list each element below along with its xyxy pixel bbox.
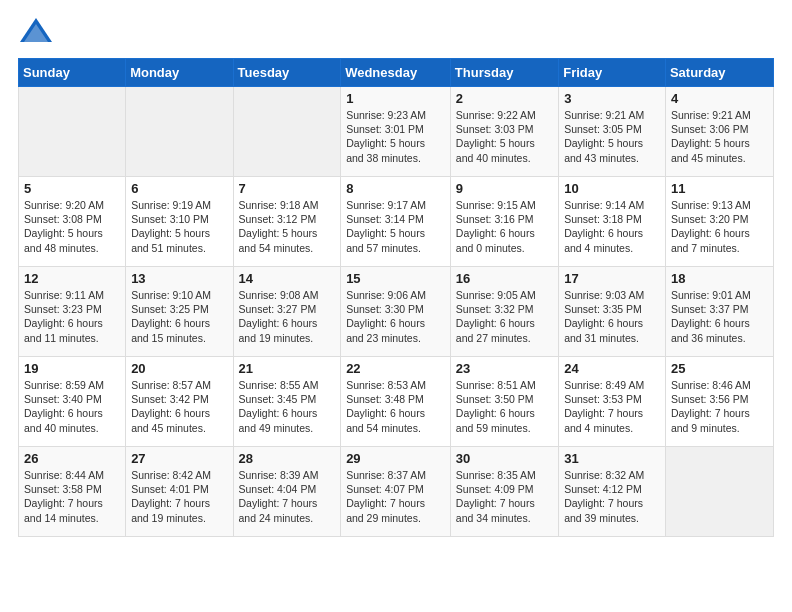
calendar-body: 1Sunrise: 9:23 AM Sunset: 3:01 PM Daylig… bbox=[19, 87, 774, 537]
calendar: SundayMondayTuesdayWednesdayThursdayFrid… bbox=[18, 58, 774, 537]
calendar-cell: 10Sunrise: 9:14 AM Sunset: 3:18 PM Dayli… bbox=[559, 177, 666, 267]
day-number: 10 bbox=[564, 181, 660, 196]
day-number: 21 bbox=[239, 361, 336, 376]
calendar-cell: 12Sunrise: 9:11 AM Sunset: 3:23 PM Dayli… bbox=[19, 267, 126, 357]
day-info: Sunrise: 9:08 AM Sunset: 3:27 PM Dayligh… bbox=[239, 288, 336, 345]
day-info: Sunrise: 8:51 AM Sunset: 3:50 PM Dayligh… bbox=[456, 378, 553, 435]
calendar-cell: 15Sunrise: 9:06 AM Sunset: 3:30 PM Dayli… bbox=[341, 267, 451, 357]
day-info: Sunrise: 9:11 AM Sunset: 3:23 PM Dayligh… bbox=[24, 288, 120, 345]
day-number: 15 bbox=[346, 271, 445, 286]
calendar-cell bbox=[233, 87, 341, 177]
calendar-week-3: 19Sunrise: 8:59 AM Sunset: 3:40 PM Dayli… bbox=[19, 357, 774, 447]
weekday-header-tuesday: Tuesday bbox=[233, 59, 341, 87]
day-number: 6 bbox=[131, 181, 227, 196]
day-number: 19 bbox=[24, 361, 120, 376]
calendar-cell: 22Sunrise: 8:53 AM Sunset: 3:48 PM Dayli… bbox=[341, 357, 451, 447]
day-info: Sunrise: 8:39 AM Sunset: 4:04 PM Dayligh… bbox=[239, 468, 336, 525]
day-number: 22 bbox=[346, 361, 445, 376]
day-info: Sunrise: 9:22 AM Sunset: 3:03 PM Dayligh… bbox=[456, 108, 553, 165]
day-info: Sunrise: 9:06 AM Sunset: 3:30 PM Dayligh… bbox=[346, 288, 445, 345]
calendar-cell: 17Sunrise: 9:03 AM Sunset: 3:35 PM Dayli… bbox=[559, 267, 666, 357]
day-info: Sunrise: 8:49 AM Sunset: 3:53 PM Dayligh… bbox=[564, 378, 660, 435]
day-info: Sunrise: 9:21 AM Sunset: 3:06 PM Dayligh… bbox=[671, 108, 768, 165]
day-info: Sunrise: 9:05 AM Sunset: 3:32 PM Dayligh… bbox=[456, 288, 553, 345]
weekday-header-sunday: Sunday bbox=[19, 59, 126, 87]
day-number: 12 bbox=[24, 271, 120, 286]
day-info: Sunrise: 9:13 AM Sunset: 3:20 PM Dayligh… bbox=[671, 198, 768, 255]
calendar-cell: 13Sunrise: 9:10 AM Sunset: 3:25 PM Dayli… bbox=[126, 267, 233, 357]
day-number: 20 bbox=[131, 361, 227, 376]
day-info: Sunrise: 9:01 AM Sunset: 3:37 PM Dayligh… bbox=[671, 288, 768, 345]
weekday-row: SundayMondayTuesdayWednesdayThursdayFrid… bbox=[19, 59, 774, 87]
calendar-week-0: 1Sunrise: 9:23 AM Sunset: 3:01 PM Daylig… bbox=[19, 87, 774, 177]
day-number: 18 bbox=[671, 271, 768, 286]
day-info: Sunrise: 8:57 AM Sunset: 3:42 PM Dayligh… bbox=[131, 378, 227, 435]
day-info: Sunrise: 8:32 AM Sunset: 4:12 PM Dayligh… bbox=[564, 468, 660, 525]
day-info: Sunrise: 9:10 AM Sunset: 3:25 PM Dayligh… bbox=[131, 288, 227, 345]
header bbox=[18, 10, 774, 50]
calendar-cell: 3Sunrise: 9:21 AM Sunset: 3:05 PM Daylig… bbox=[559, 87, 666, 177]
page: SundayMondayTuesdayWednesdayThursdayFrid… bbox=[0, 0, 792, 612]
calendar-cell bbox=[126, 87, 233, 177]
day-info: Sunrise: 8:44 AM Sunset: 3:58 PM Dayligh… bbox=[24, 468, 120, 525]
day-number: 16 bbox=[456, 271, 553, 286]
day-info: Sunrise: 8:42 AM Sunset: 4:01 PM Dayligh… bbox=[131, 468, 227, 525]
day-number: 3 bbox=[564, 91, 660, 106]
calendar-cell: 31Sunrise: 8:32 AM Sunset: 4:12 PM Dayli… bbox=[559, 447, 666, 537]
day-number: 25 bbox=[671, 361, 768, 376]
day-info: Sunrise: 9:21 AM Sunset: 3:05 PM Dayligh… bbox=[564, 108, 660, 165]
day-number: 1 bbox=[346, 91, 445, 106]
calendar-cell: 8Sunrise: 9:17 AM Sunset: 3:14 PM Daylig… bbox=[341, 177, 451, 267]
calendar-cell: 20Sunrise: 8:57 AM Sunset: 3:42 PM Dayli… bbox=[126, 357, 233, 447]
day-info: Sunrise: 8:37 AM Sunset: 4:07 PM Dayligh… bbox=[346, 468, 445, 525]
calendar-cell: 23Sunrise: 8:51 AM Sunset: 3:50 PM Dayli… bbox=[450, 357, 558, 447]
day-info: Sunrise: 9:03 AM Sunset: 3:35 PM Dayligh… bbox=[564, 288, 660, 345]
day-number: 11 bbox=[671, 181, 768, 196]
calendar-cell: 7Sunrise: 9:18 AM Sunset: 3:12 PM Daylig… bbox=[233, 177, 341, 267]
day-number: 24 bbox=[564, 361, 660, 376]
day-number: 7 bbox=[239, 181, 336, 196]
calendar-cell bbox=[665, 447, 773, 537]
day-info: Sunrise: 9:15 AM Sunset: 3:16 PM Dayligh… bbox=[456, 198, 553, 255]
calendar-cell: 25Sunrise: 8:46 AM Sunset: 3:56 PM Dayli… bbox=[665, 357, 773, 447]
day-info: Sunrise: 8:59 AM Sunset: 3:40 PM Dayligh… bbox=[24, 378, 120, 435]
calendar-header: SundayMondayTuesdayWednesdayThursdayFrid… bbox=[19, 59, 774, 87]
weekday-header-saturday: Saturday bbox=[665, 59, 773, 87]
day-info: Sunrise: 8:55 AM Sunset: 3:45 PM Dayligh… bbox=[239, 378, 336, 435]
day-info: Sunrise: 8:53 AM Sunset: 3:48 PM Dayligh… bbox=[346, 378, 445, 435]
weekday-header-friday: Friday bbox=[559, 59, 666, 87]
weekday-header-thursday: Thursday bbox=[450, 59, 558, 87]
weekday-header-wednesday: Wednesday bbox=[341, 59, 451, 87]
calendar-cell: 21Sunrise: 8:55 AM Sunset: 3:45 PM Dayli… bbox=[233, 357, 341, 447]
day-info: Sunrise: 9:17 AM Sunset: 3:14 PM Dayligh… bbox=[346, 198, 445, 255]
calendar-cell: 19Sunrise: 8:59 AM Sunset: 3:40 PM Dayli… bbox=[19, 357, 126, 447]
calendar-cell: 6Sunrise: 9:19 AM Sunset: 3:10 PM Daylig… bbox=[126, 177, 233, 267]
calendar-cell: 11Sunrise: 9:13 AM Sunset: 3:20 PM Dayli… bbox=[665, 177, 773, 267]
day-number: 4 bbox=[671, 91, 768, 106]
day-info: Sunrise: 9:20 AM Sunset: 3:08 PM Dayligh… bbox=[24, 198, 120, 255]
day-number: 26 bbox=[24, 451, 120, 466]
calendar-cell: 1Sunrise: 9:23 AM Sunset: 3:01 PM Daylig… bbox=[341, 87, 451, 177]
calendar-cell: 24Sunrise: 8:49 AM Sunset: 3:53 PM Dayli… bbox=[559, 357, 666, 447]
calendar-week-1: 5Sunrise: 9:20 AM Sunset: 3:08 PM Daylig… bbox=[19, 177, 774, 267]
day-number: 2 bbox=[456, 91, 553, 106]
calendar-cell: 14Sunrise: 9:08 AM Sunset: 3:27 PM Dayli… bbox=[233, 267, 341, 357]
calendar-cell: 18Sunrise: 9:01 AM Sunset: 3:37 PM Dayli… bbox=[665, 267, 773, 357]
day-number: 23 bbox=[456, 361, 553, 376]
calendar-cell: 4Sunrise: 9:21 AM Sunset: 3:06 PM Daylig… bbox=[665, 87, 773, 177]
day-number: 13 bbox=[131, 271, 227, 286]
calendar-cell: 27Sunrise: 8:42 AM Sunset: 4:01 PM Dayli… bbox=[126, 447, 233, 537]
calendar-cell: 29Sunrise: 8:37 AM Sunset: 4:07 PM Dayli… bbox=[341, 447, 451, 537]
calendar-cell: 5Sunrise: 9:20 AM Sunset: 3:08 PM Daylig… bbox=[19, 177, 126, 267]
weekday-header-monday: Monday bbox=[126, 59, 233, 87]
calendar-cell: 28Sunrise: 8:39 AM Sunset: 4:04 PM Dayli… bbox=[233, 447, 341, 537]
day-info: Sunrise: 9:18 AM Sunset: 3:12 PM Dayligh… bbox=[239, 198, 336, 255]
day-info: Sunrise: 9:19 AM Sunset: 3:10 PM Dayligh… bbox=[131, 198, 227, 255]
day-number: 29 bbox=[346, 451, 445, 466]
calendar-cell: 30Sunrise: 8:35 AM Sunset: 4:09 PM Dayli… bbox=[450, 447, 558, 537]
calendar-cell: 16Sunrise: 9:05 AM Sunset: 3:32 PM Dayli… bbox=[450, 267, 558, 357]
calendar-cell: 26Sunrise: 8:44 AM Sunset: 3:58 PM Dayli… bbox=[19, 447, 126, 537]
logo bbox=[18, 14, 58, 50]
calendar-week-2: 12Sunrise: 9:11 AM Sunset: 3:23 PM Dayli… bbox=[19, 267, 774, 357]
day-number: 5 bbox=[24, 181, 120, 196]
